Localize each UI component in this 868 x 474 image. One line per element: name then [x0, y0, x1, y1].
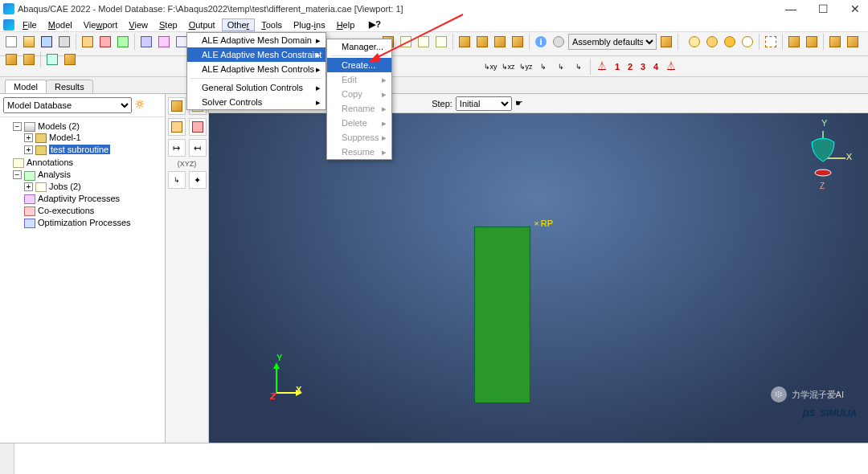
xyz-label: (XYZ)	[178, 160, 197, 168]
menu-model[interactable]: Model	[43, 19, 77, 31]
meshed-part[interactable]: RP	[474, 227, 530, 403]
menu-step[interactable]: Step	[154, 19, 182, 31]
menu-viewport[interactable]: Viewport	[79, 19, 123, 31]
tool-field-output[interactable]	[168, 118, 186, 136]
rotate-button[interactable]	[156, 34, 172, 50]
pan-button[interactable]	[138, 34, 154, 50]
menu-plugins[interactable]: Plug-ins	[289, 19, 330, 31]
new-button[interactable]	[3, 34, 19, 50]
tree-model-2[interactable]: +test subroutine	[24, 144, 163, 156]
options-button[interactable]	[62, 51, 78, 67]
query-button[interactable]	[44, 51, 60, 67]
ale-copy: Copy▸	[327, 87, 391, 101]
model-db-button-1[interactable]	[80, 34, 96, 50]
tree-optim[interactable]: Optimization Processes	[24, 217, 163, 229]
info-button[interactable]: i	[533, 34, 549, 50]
cube-y-label: Y	[821, 118, 827, 128]
color-code-button[interactable]	[551, 34, 567, 50]
render-2-button[interactable]	[474, 34, 490, 50]
display-4-button[interactable]	[21, 51, 37, 67]
annot-1[interactable]	[686, 34, 702, 50]
annot-2[interactable]	[704, 34, 720, 50]
tab-model[interactable]: Model	[5, 80, 47, 93]
view-cube[interactable]: Y X Z	[796, 118, 852, 190]
tool-step-create[interactable]	[168, 97, 186, 115]
tool-arrow-l[interactable]: ↦	[168, 139, 186, 157]
sel-2[interactable]: 2	[624, 62, 636, 72]
annot-4[interactable]	[739, 34, 755, 50]
datum-toggle-button[interactable]	[763, 34, 779, 50]
step-combo[interactable]: Initial	[456, 96, 512, 111]
console-tab-column[interactable]	[0, 443, 14, 474]
model-db-button-3[interactable]	[115, 34, 131, 50]
partition-1-button[interactable]	[786, 34, 802, 50]
sel-1[interactable]: 1	[612, 62, 623, 72]
csys-3-button[interactable]: ↳	[571, 59, 587, 75]
model-tree[interactable]: −Models (2) +Model-1 +test subroutine An…	[0, 117, 165, 443]
display-3-button[interactable]	[3, 51, 19, 67]
menu-help[interactable]: Help	[332, 19, 360, 31]
csys-yz-button[interactable]: ↳yz	[518, 59, 534, 75]
csys-xz-button[interactable]: ↳xz	[500, 59, 516, 75]
open-button[interactable]	[21, 34, 37, 50]
menu-view[interactable]: View	[124, 19, 153, 31]
submenu-other[interactable]: ALE Adaptive Mesh Domain▸ ALE Adaptive M…	[186, 32, 326, 110]
menu-other[interactable]: Other	[222, 18, 256, 31]
submenu-ale-domain[interactable]: ALE Adaptive Mesh Domain▸	[187, 33, 326, 47]
watermark: ፨ 力学混子爱AI	[771, 386, 844, 402]
tree-adaptivity[interactable]: Adaptivity Processes	[24, 193, 163, 205]
render-3-button[interactable]	[492, 34, 508, 50]
ale-edit: Edit▸	[327, 72, 391, 87]
color-settings-button[interactable]	[658, 34, 674, 50]
sel-person-icon[interactable]: ⏃	[594, 59, 610, 75]
model-database-combo[interactable]: Model Database	[3, 97, 132, 113]
step-nav-button[interactable]: ☛	[515, 98, 523, 108]
tab-results[interactable]: Results	[46, 80, 93, 93]
tree-model-1[interactable]: +Model-1	[24, 132, 163, 144]
tool-csys[interactable]: ↳	[168, 171, 186, 189]
tree-filter-button[interactable]: 🔅	[134, 99, 149, 113]
maximize-button[interactable]: ☐	[813, 2, 833, 15]
csys-1-button[interactable]: ↳	[535, 59, 551, 75]
display-1-button[interactable]	[827, 34, 843, 50]
sel-4[interactable]: 4	[650, 62, 661, 72]
assembly-defaults-combo[interactable]: Assembly defaults	[568, 34, 657, 50]
sel-3[interactable]: 3	[637, 62, 649, 72]
tree-coexec[interactable]: Co-executions	[24, 205, 163, 217]
menu-tools[interactable]: Tools	[256, 19, 287, 31]
model-tree-pane: Model Database 🔅 −Models (2) +Model-1 +t…	[0, 94, 166, 443]
sel-all-icon[interactable]: ⏃	[663, 59, 679, 75]
minimize-button[interactable]: —	[781, 2, 800, 15]
tool-datum[interactable]: ✦	[189, 171, 207, 189]
submenu-ale-controls[interactable]: ALE Adaptive Mesh Controls▸	[187, 62, 326, 76]
print-button[interactable]	[56, 34, 72, 50]
menu-file[interactable]: File	[18, 19, 42, 31]
save-button[interactable]	[39, 34, 55, 50]
display-2-button[interactable]	[845, 34, 861, 50]
module-toolbox: ↦↤ (XYZ) ↳✦	[166, 94, 209, 443]
tool-history-output[interactable]	[189, 118, 207, 136]
render-4-button[interactable]	[510, 34, 526, 50]
csys-2-button[interactable]: ↳	[553, 59, 569, 75]
tree-models-root[interactable]: −Models (2) +Model-1 +test subroutine	[13, 121, 163, 157]
step-label: Step:	[432, 99, 452, 108]
submenu-general-solution[interactable]: General Solution Controls▸	[187, 80, 326, 95]
message-console[interactable]: Job Job-2: Analysis Input File Processor…	[0, 443, 868, 474]
app-icon	[3, 3, 14, 14]
tree-analysis[interactable]: −Analysis +Jobs (2) Adaptivity Processes…	[13, 169, 163, 229]
tool-arrow-r[interactable]: ↤	[189, 139, 207, 157]
csys-xy-button[interactable]: ↳xy	[482, 59, 498, 75]
orientation-triad: Y X Z	[254, 353, 302, 401]
partition-2-button[interactable]	[804, 34, 820, 50]
ale-rename: Rename▸	[327, 101, 391, 116]
submenu-solver-controls[interactable]: Solver Controls▸	[187, 95, 326, 109]
annot-3[interactable]	[722, 34, 738, 50]
tree-annotations[interactable]: Annotations	[13, 157, 163, 169]
menu-output[interactable]: Output	[184, 19, 220, 31]
cube-x-label: X	[846, 152, 852, 161]
tree-jobs[interactable]: +Jobs (2)	[24, 181, 163, 193]
viewport[interactable]: Module: Step Step: Initial ☛ RP Y X Z	[209, 94, 868, 443]
submenu-ale-constraint[interactable]: ALE Adaptive Mesh Constraint▸	[187, 47, 326, 62]
model-db-button-2[interactable]	[97, 34, 113, 50]
close-button[interactable]: ✕	[845, 2, 865, 15]
